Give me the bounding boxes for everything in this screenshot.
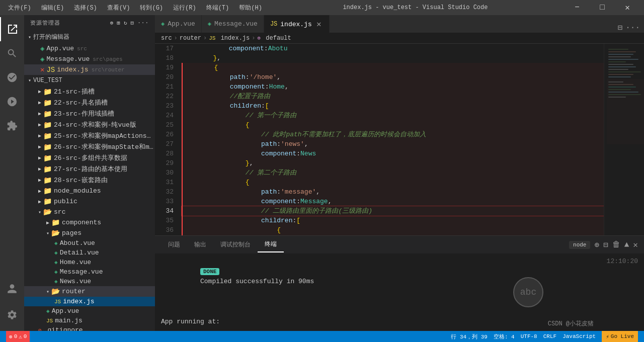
tab-index-js-label: index.js <box>280 21 311 28</box>
menu-help[interactable]: 帮助(H) <box>236 3 265 13</box>
status-language[interactable]: JavaScript <box>562 333 596 339</box>
activity-extensions-icon[interactable] <box>0 114 24 138</box>
new-folder-icon[interactable]: ⊞ <box>117 20 121 26</box>
close-button[interactable]: ✕ <box>616 0 639 15</box>
tab-close-button[interactable]: ✕ <box>315 20 323 28</box>
file-about-vue[interactable]: ◈ About.vue <box>24 238 155 248</box>
refresh-icon[interactable]: ↻ <box>124 20 128 26</box>
file-detail-vue[interactable]: ◈ Detail.vue <box>24 248 155 258</box>
folder-chevron: ▾ <box>46 230 49 236</box>
open-editors-chevron: ▾ <box>28 34 31 40</box>
maximize-button[interactable]: □ <box>591 0 614 15</box>
activity-settings-icon[interactable] <box>0 303 24 327</box>
panel-tab-terminal[interactable]: 终端 <box>258 237 284 252</box>
file-news-vue[interactable]: ◈ News.vue <box>24 277 155 286</box>
svg-rect-5 <box>608 59 638 60</box>
folder-router[interactable]: ▾ 📂 router <box>24 286 155 297</box>
folder-chevron: ▾ <box>46 289 49 295</box>
activity-debug-icon[interactable] <box>0 90 24 114</box>
sidebar-title: 资源管理器 <box>30 19 60 27</box>
folder-27-src[interactable]: ▶ 📁 27-src-路由的基本使用 <box>24 163 155 175</box>
ln-26: 26 <box>159 130 174 139</box>
file-app-vue-root[interactable]: ◈ App.vue <box>24 306 155 316</box>
folder-src[interactable]: ▾ 📂 src <box>24 207 155 217</box>
folder-28-src[interactable]: ▶ 📁 28-src-嵌套路由 <box>24 175 155 186</box>
folder-22-src[interactable]: ▶ 📁 22-src-具名插槽 <box>24 97 155 108</box>
folder-21-src[interactable]: ▶ 📁 21-src-插槽 <box>24 86 155 97</box>
breadcrumb-default[interactable]: ⊕ default <box>257 35 291 42</box>
code-content[interactable]: component:Abotu }, { path:'/home', <box>178 44 604 235</box>
breadcrumb-router[interactable]: router <box>180 35 201 42</box>
file-about-vue-label: About.vue <box>60 239 95 247</box>
panel-tab-output[interactable]: 输出 <box>187 237 213 252</box>
status-line-col[interactable]: 行 34，列 39 <box>451 333 488 340</box>
project-root[interactable]: ▾ VUE_TEST <box>24 75 155 86</box>
folder-25-src[interactable]: ▶ 📁 25-src-求和案例mapActions和ma... <box>24 130 155 141</box>
tab-app-vue[interactable]: ◈ App.vue <box>155 15 202 33</box>
menu-file[interactable]: 文件(F) <box>5 3 34 13</box>
folder-icon: 📁 <box>43 132 52 140</box>
menu-goto[interactable]: 转到(G) <box>137 3 166 13</box>
folder-23-src[interactable]: ▶ 📁 23-src-作用域插槽 <box>24 108 155 119</box>
status-line-ending[interactable]: CRLF <box>543 333 556 339</box>
file-index-js[interactable]: JS index.js <box>24 297 155 306</box>
activity-search-icon[interactable] <box>0 41 24 65</box>
file-home-vue[interactable]: ◈ Home.vue <box>24 258 155 267</box>
code-line-25: { <box>182 120 604 130</box>
minimize-button[interactable]: − <box>566 0 589 15</box>
open-editors-label: 打开的编辑器 <box>33 33 69 41</box>
menu-run[interactable]: 运行(R) <box>170 3 199 13</box>
kill-terminal-icon[interactable]: 🗑 <box>612 240 620 249</box>
tab-message-vue[interactable]: ◈ Message.vue <box>202 15 264 33</box>
more-actions-icon[interactable]: ··· <box>137 20 149 26</box>
panel-tab-debug[interactable]: 调试控制台 <box>213 237 258 252</box>
panel-tab-problems[interactable]: 问题 <box>161 237 187 252</box>
open-editors-section[interactable]: ▾ 打开的编辑器 <box>24 31 155 43</box>
breadcrumb: src › router › JS index.js › ⊕ default <box>155 33 644 44</box>
folder-26a-src[interactable]: ▶ 📁 26-src-求和案例mapState和map... <box>24 141 155 152</box>
menu-view[interactable]: 查看(V) <box>104 3 133 13</box>
maximize-panel-icon[interactable]: ▲ <box>624 240 629 249</box>
close-panel-icon[interactable]: ✕ <box>633 240 638 250</box>
open-editor-message-vue[interactable]: ◈ Message.vue src\pages <box>24 54 155 64</box>
menu-select[interactable]: 选择(S) <box>71 3 100 13</box>
new-file-icon[interactable]: ⊕ <box>110 20 114 26</box>
collapse-icon[interactable]: ⊟ <box>131 20 135 26</box>
status-spaces[interactable]: 空格: 4 <box>494 333 515 340</box>
menu-terminal[interactable]: 终端(T) <box>203 3 232 13</box>
sidebar-header-icons[interactable]: ⊕ ⊞ ↻ ⊟ ··· <box>110 20 149 26</box>
status-errors[interactable]: ⊗ 0 ⚠ 0 <box>6 331 30 342</box>
activity-git-icon[interactable] <box>0 65 24 90</box>
file-message-vue[interactable]: ◈ Message.vue <box>24 267 155 277</box>
folder-26b-src[interactable]: ▶ 📁 26-src-多组件共享数据 <box>24 152 155 163</box>
add-terminal-icon[interactable]: ⊕ <box>594 240 599 250</box>
menu-edit[interactable]: 编辑(E) <box>38 3 67 13</box>
folder-public[interactable]: ▶ 📁 public <box>24 196 155 207</box>
file-gitignore[interactable]: ⊘ .gitignore <box>24 325 155 331</box>
ln-17: 17 <box>159 44 174 53</box>
activity-explorer-icon[interactable] <box>0 17 24 41</box>
open-editor-app-vue[interactable]: ◈ App.vue src <box>24 43 155 54</box>
breadcrumb-src[interactable]: src <box>161 35 172 42</box>
breadcrumb-js-icon: JS <box>209 35 215 41</box>
more-tabs-icon[interactable]: ··· <box>625 23 640 32</box>
status-encoding[interactable]: UTF-8 <box>521 333 537 339</box>
title-bar-menu[interactable]: 文件(F) 编辑(E) 选择(S) 查看(V) 转到(G) 运行(R) 终端(T… <box>5 3 265 13</box>
code-line-20: path:'/home', <box>182 72 604 82</box>
activity-bar-bottom <box>0 277 24 331</box>
tab-index-js[interactable]: JS index.js ✕ <box>264 15 330 33</box>
terminal-content[interactable]: done Compiled successfully in 90ms 12:10… <box>155 253 644 331</box>
ln-23: 23 <box>159 101 174 111</box>
folder-node-modules[interactable]: ▶ 📁 node_modules <box>24 186 155 196</box>
folder-pages[interactable]: ▾ 📂 pages <box>24 228 155 238</box>
folder-24-src[interactable]: ▶ 📁 24-src-求和案例-纯vue版 <box>24 119 155 130</box>
status-go-live[interactable]: ⚡ Go Live <box>602 331 638 342</box>
file-main-js[interactable]: JS main.js <box>24 316 155 325</box>
code-line-19: { <box>182 63 604 72</box>
breadcrumb-indexjs[interactable]: JS index.js <box>209 35 250 42</box>
split-editor-icon[interactable]: ⊟ <box>618 23 623 33</box>
open-editor-index-js[interactable]: ✕ JS index.js src\router <box>24 64 155 75</box>
folder-components[interactable]: ▶ 📁 components <box>24 217 155 228</box>
activity-account-icon[interactable] <box>0 277 24 301</box>
split-terminal-icon[interactable]: ⊟ <box>603 240 608 250</box>
